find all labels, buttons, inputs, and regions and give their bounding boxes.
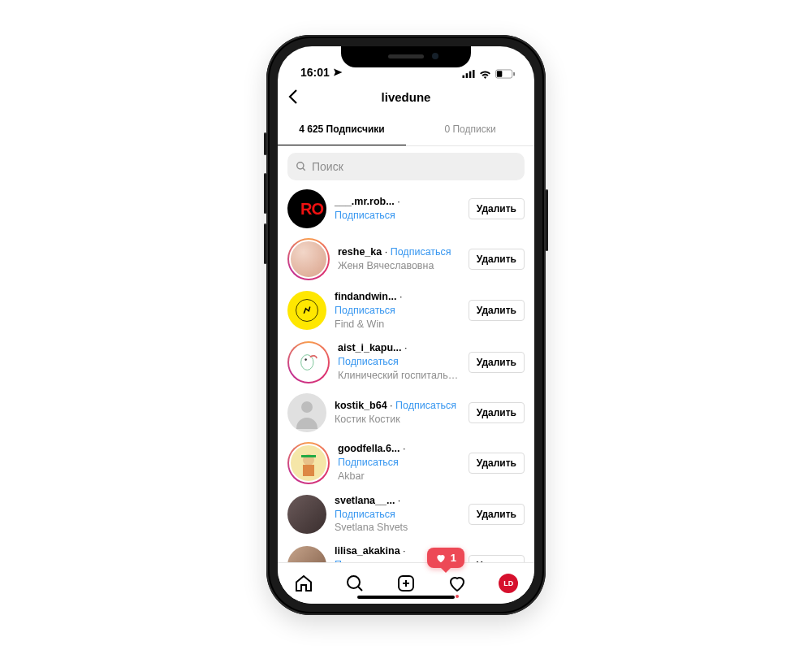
follower-text: svetlana__... · ПодписатьсяSvetlana Shve…	[335, 494, 460, 535]
svg-point-11	[304, 358, 307, 361]
svg-rect-3	[473, 70, 475, 78]
svg-rect-2	[469, 72, 472, 78]
subscribe-link[interactable]: Подписаться	[391, 246, 451, 258]
follower-row[interactable]: kostik_b64 · ПодписатьсяКостик КостикУда…	[278, 388, 534, 437]
subscribe-link[interactable]: Подписаться	[335, 305, 395, 316]
remove-button[interactable]: Удалить	[469, 198, 525, 219]
follower-row[interactable]: goodfella.6... · ПодписатьсяAkbarУдалить	[278, 437, 534, 489]
remove-button[interactable]: Удалить	[469, 352, 525, 373]
fullname: Akbar	[338, 470, 460, 483]
follower-text: reshe_ka · ПодписатьсяЖеня Вячеславовна	[338, 245, 460, 273]
svg-point-7	[297, 162, 304, 169]
notch	[341, 46, 471, 67]
svg-rect-14	[303, 465, 314, 476]
front-camera	[432, 53, 438, 59]
follower-row[interactable]: aist_i_kapu... · ПодписатьсяКлинический …	[278, 336, 534, 388]
search-placeholder: Поиск	[312, 160, 343, 173]
avatar[interactable]	[287, 341, 330, 384]
follower-row[interactable]: svetlana__... · ПодписатьсяSvetlana Shve…	[278, 489, 534, 540]
svg-point-9	[296, 300, 318, 322]
like-notification-bubble[interactable]: 1	[427, 548, 464, 568]
remove-button[interactable]: Удалить	[469, 300, 525, 321]
subscribe-link[interactable]: Подписаться	[338, 457, 399, 468]
username[interactable]: findandwin...	[335, 291, 396, 302]
svg-rect-5	[497, 71, 502, 76]
like-count: 1	[451, 552, 456, 564]
tab-following[interactable]: 0 Подписки	[406, 113, 534, 145]
avatar[interactable]	[287, 291, 326, 330]
tab-followers-label: 4 625 Подписчики	[299, 124, 385, 135]
username[interactable]: aist_i_kapu...	[338, 342, 402, 353]
subscribe-link[interactable]: Подписаться	[335, 210, 395, 221]
follower-text: aist_i_kapu... · ПодписатьсяКлинический …	[338, 341, 460, 383]
home-tab[interactable]	[294, 574, 313, 593]
remove-button[interactable]: Удалить	[469, 504, 525, 525]
page-title: livedune	[278, 90, 534, 104]
search-tab[interactable]	[345, 574, 365, 593]
fullname: Клинический госпиталь MD GRO...	[338, 369, 460, 383]
svg-rect-13	[301, 455, 316, 457]
remove-button[interactable]: Удалить	[469, 402, 525, 423]
subscribe-link[interactable]: Подписаться	[335, 509, 395, 520]
fullname: Svetlana Shvets	[335, 521, 460, 535]
fullname: Женя Вячеславовна	[338, 259, 460, 273]
username[interactable]: lilisa_akakina	[335, 545, 400, 557]
avatar[interactable]	[287, 442, 330, 484]
avatar[interactable]	[287, 546, 326, 563]
wifi-icon	[479, 70, 491, 79]
username[interactable]: reshe_ka	[338, 246, 382, 258]
follower-row[interactable]: lilisa_akakina · ПодписатьсяSMM|МАРКЕТОЛ…	[278, 540, 534, 563]
phone-frame: 16:01	[266, 35, 546, 615]
fullname: Find & Win	[335, 318, 460, 332]
status-time: 16:01	[300, 66, 330, 79]
create-tab[interactable]	[396, 574, 416, 593]
avatar[interactable]	[287, 495, 326, 534]
username[interactable]: ___.mr.rob...	[335, 196, 395, 207]
fullname: Костик Костик	[335, 413, 460, 427]
avatar[interactable]	[287, 393, 326, 432]
battery-icon	[495, 69, 515, 79]
mute-switch	[264, 132, 266, 155]
remove-button[interactable]: Удалить	[469, 249, 525, 270]
follower-row[interactable]: RO___.mr.rob... · ПодписатьсяУдалить	[278, 184, 534, 233]
location-icon	[333, 67, 343, 77]
follower-text: kostik_b64 · ПодписатьсяКостик Костик	[335, 399, 460, 427]
svg-rect-1	[466, 73, 469, 78]
power-button	[546, 189, 548, 251]
profile-tab[interactable]: LD	[499, 574, 518, 593]
svg-line-8	[303, 168, 305, 171]
followers-list[interactable]: RO___.mr.rob... · ПодписатьсяУдалитьresh…	[278, 184, 534, 563]
svg-point-10	[301, 354, 313, 370]
activity-dot	[456, 595, 459, 598]
follower-row[interactable]: findandwin... · ПодписатьсяFind & WinУда…	[278, 285, 534, 336]
subscribe-link[interactable]: Подписаться	[338, 356, 399, 367]
volume-down-button	[264, 223, 266, 264]
username[interactable]: goodfella.6...	[338, 443, 400, 454]
profile-initials: LD	[503, 579, 513, 587]
follower-text: findandwin... · ПодписатьсяFind & Win	[335, 290, 460, 332]
svg-rect-0	[463, 76, 465, 78]
activity-tab[interactable]	[447, 574, 467, 593]
speaker	[388, 54, 424, 58]
follower-text: ___.mr.rob... · Подписаться	[335, 195, 460, 223]
avatar[interactable]	[287, 238, 330, 280]
screen: 16:01	[278, 46, 534, 604]
svg-line-16	[358, 587, 362, 591]
username[interactable]: kostik_b64	[335, 400, 387, 411]
username[interactable]: svetlana__...	[335, 495, 395, 506]
nav-bar: livedune	[278, 80, 534, 113]
search-input[interactable]: Поиск	[287, 153, 525, 180]
remove-button[interactable]: Удалить	[469, 453, 525, 474]
tabs: 4 625 Подписчики 0 Подписки	[278, 113, 534, 146]
tab-followers[interactable]: 4 625 Подписчики	[278, 113, 406, 145]
volume-up-button	[264, 173, 266, 214]
follower-row[interactable]: reshe_ka · ПодписатьсяЖеня ВячеславовнаУ…	[278, 233, 534, 285]
avatar[interactable]: RO	[287, 189, 326, 228]
svg-point-15	[348, 576, 360, 588]
search-icon	[296, 161, 307, 172]
home-indicator[interactable]	[357, 596, 455, 599]
back-button[interactable]	[284, 87, 304, 106]
subscribe-link[interactable]: Подписаться	[395, 400, 456, 411]
follower-text: goodfella.6... · ПодписатьсяAkbar	[338, 442, 460, 483]
svg-rect-6	[513, 72, 515, 76]
